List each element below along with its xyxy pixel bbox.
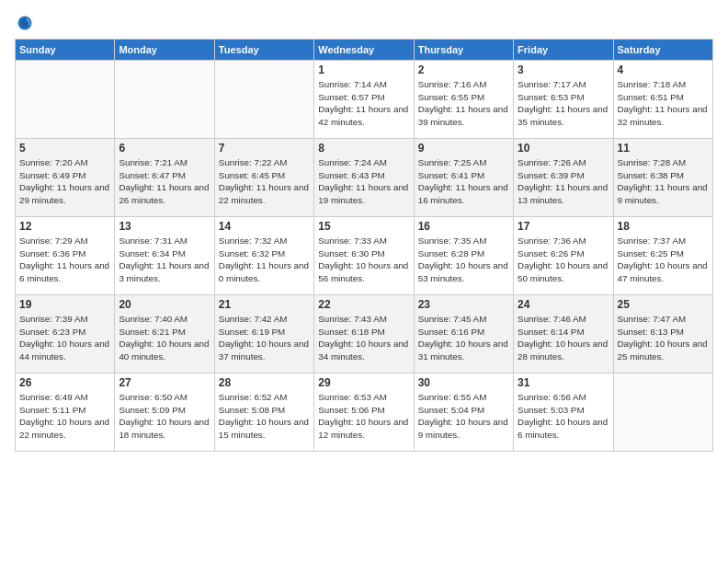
day-number: 25 <box>618 298 709 311</box>
day-info: Sunrise: 7:36 AM Sunset: 6:26 PM Dayligh… <box>518 235 609 285</box>
day-number: 20 <box>119 298 210 311</box>
calendar-day-6: 6Sunrise: 7:21 AM Sunset: 6:47 PM Daylig… <box>115 139 214 217</box>
day-info: Sunrise: 7:32 AM Sunset: 6:32 PM Dayligh… <box>219 235 310 285</box>
day-number: 30 <box>418 376 509 389</box>
day-info: Sunrise: 7:47 AM Sunset: 6:13 PM Dayligh… <box>618 313 709 363</box>
day-number: 6 <box>119 142 210 155</box>
calendar-day-empty <box>16 61 115 139</box>
day-number: 24 <box>518 298 609 311</box>
day-number: 21 <box>219 298 310 311</box>
calendar-day-empty <box>115 61 214 139</box>
day-info: Sunrise: 7:39 AM Sunset: 6:23 PM Dayligh… <box>19 313 110 363</box>
calendar-day-20: 20Sunrise: 7:40 AM Sunset: 6:21 PM Dayli… <box>115 295 214 373</box>
day-number: 4 <box>618 63 709 76</box>
day-header-friday: Friday <box>514 40 613 61</box>
day-number: 19 <box>19 298 110 311</box>
calendar-day-25: 25Sunrise: 7:47 AM Sunset: 6:13 PM Dayli… <box>613 295 712 373</box>
day-header-saturday: Saturday <box>613 40 712 61</box>
page-header <box>15 15 713 31</box>
day-number: 26 <box>19 376 110 389</box>
logo <box>15 15 35 31</box>
day-number: 10 <box>518 142 609 155</box>
calendar-day-29: 29Sunrise: 6:53 AM Sunset: 5:06 PM Dayli… <box>314 373 414 452</box>
calendar-day-15: 15Sunrise: 7:33 AM Sunset: 6:30 PM Dayli… <box>314 217 414 295</box>
day-info: Sunrise: 7:33 AM Sunset: 6:30 PM Dayligh… <box>318 235 409 285</box>
calendar-day-19: 19Sunrise: 7:39 AM Sunset: 6:23 PM Dayli… <box>16 295 115 373</box>
day-number: 11 <box>618 142 709 155</box>
day-number: 28 <box>219 376 310 389</box>
calendar-day-1: 1Sunrise: 7:14 AM Sunset: 6:57 PM Daylig… <box>314 61 414 139</box>
day-info: Sunrise: 7:25 AM Sunset: 6:41 PM Dayligh… <box>418 156 509 207</box>
calendar-day-12: 12Sunrise: 7:29 AM Sunset: 6:36 PM Dayli… <box>16 217 115 295</box>
calendar-week-row: 26Sunrise: 6:49 AM Sunset: 5:11 PM Dayli… <box>16 373 713 452</box>
calendar-day-empty <box>214 61 313 139</box>
calendar-day-empty <box>613 373 712 452</box>
day-number: 15 <box>318 220 409 233</box>
day-number: 17 <box>518 220 609 233</box>
day-number: 18 <box>618 220 709 233</box>
calendar-day-31: 31Sunrise: 6:56 AM Sunset: 5:03 PM Dayli… <box>514 373 613 452</box>
calendar-day-11: 11Sunrise: 7:28 AM Sunset: 6:38 PM Dayli… <box>613 139 712 217</box>
calendar-week-row: 12Sunrise: 7:29 AM Sunset: 6:36 PM Dayli… <box>16 217 713 295</box>
calendar-day-21: 21Sunrise: 7:42 AM Sunset: 6:19 PM Dayli… <box>214 295 313 373</box>
calendar-day-4: 4Sunrise: 7:18 AM Sunset: 6:51 PM Daylig… <box>613 61 712 139</box>
day-info: Sunrise: 7:29 AM Sunset: 6:36 PM Dayligh… <box>19 235 110 285</box>
day-info: Sunrise: 6:55 AM Sunset: 5:04 PM Dayligh… <box>418 391 509 442</box>
day-info: Sunrise: 7:31 AM Sunset: 6:34 PM Dayligh… <box>119 235 210 285</box>
day-info: Sunrise: 6:50 AM Sunset: 5:09 PM Dayligh… <box>119 391 210 442</box>
day-number: 7 <box>219 142 310 155</box>
calendar-day-10: 10Sunrise: 7:26 AM Sunset: 6:39 PM Dayli… <box>514 139 613 217</box>
day-number: 13 <box>119 220 210 233</box>
day-info: Sunrise: 7:35 AM Sunset: 6:28 PM Dayligh… <box>418 235 509 285</box>
day-number: 29 <box>318 376 409 389</box>
calendar-day-14: 14Sunrise: 7:32 AM Sunset: 6:32 PM Dayli… <box>214 217 313 295</box>
day-number: 23 <box>418 298 509 311</box>
day-info: Sunrise: 7:21 AM Sunset: 6:47 PM Dayligh… <box>119 156 210 207</box>
day-number: 12 <box>19 220 110 233</box>
calendar-day-27: 27Sunrise: 6:50 AM Sunset: 5:09 PM Dayli… <box>115 373 214 452</box>
day-number: 5 <box>19 142 110 155</box>
calendar-table: SundayMondayTuesdayWednesdayThursdayFrid… <box>15 39 713 452</box>
day-header-wednesday: Wednesday <box>314 40 414 61</box>
day-info: Sunrise: 7:43 AM Sunset: 6:18 PM Dayligh… <box>318 313 409 363</box>
day-info: Sunrise: 6:52 AM Sunset: 5:08 PM Dayligh… <box>219 391 310 442</box>
calendar-day-18: 18Sunrise: 7:37 AM Sunset: 6:25 PM Dayli… <box>613 217 712 295</box>
calendar-week-row: 1Sunrise: 7:14 AM Sunset: 6:57 PM Daylig… <box>16 61 713 139</box>
calendar-day-26: 26Sunrise: 6:49 AM Sunset: 5:11 PM Dayli… <box>16 373 115 452</box>
day-info: Sunrise: 7:17 AM Sunset: 6:53 PM Dayligh… <box>518 78 609 129</box>
day-info: Sunrise: 6:53 AM Sunset: 5:06 PM Dayligh… <box>318 391 409 442</box>
day-info: Sunrise: 7:24 AM Sunset: 6:43 PM Dayligh… <box>318 156 409 207</box>
calendar-day-22: 22Sunrise: 7:43 AM Sunset: 6:18 PM Dayli… <box>314 295 414 373</box>
day-info: Sunrise: 7:42 AM Sunset: 6:19 PM Dayligh… <box>219 313 310 363</box>
day-header-tuesday: Tuesday <box>214 40 313 61</box>
day-number: 14 <box>219 220 310 233</box>
calendar-day-13: 13Sunrise: 7:31 AM Sunset: 6:34 PM Dayli… <box>115 217 214 295</box>
logo-icon <box>17 15 33 31</box>
calendar-day-3: 3Sunrise: 7:17 AM Sunset: 6:53 PM Daylig… <box>514 61 613 139</box>
calendar-day-16: 16Sunrise: 7:35 AM Sunset: 6:28 PM Dayli… <box>414 217 513 295</box>
day-info: Sunrise: 6:56 AM Sunset: 5:03 PM Dayligh… <box>518 391 609 442</box>
day-header-sunday: Sunday <box>16 40 115 61</box>
day-info: Sunrise: 7:28 AM Sunset: 6:38 PM Dayligh… <box>618 156 709 207</box>
day-info: Sunrise: 7:20 AM Sunset: 6:49 PM Dayligh… <box>19 156 110 207</box>
day-info: Sunrise: 7:46 AM Sunset: 6:14 PM Dayligh… <box>518 313 609 363</box>
day-number: 22 <box>318 298 409 311</box>
day-info: Sunrise: 7:16 AM Sunset: 6:55 PM Dayligh… <box>418 78 509 129</box>
day-number: 31 <box>518 376 609 389</box>
day-number: 27 <box>119 376 210 389</box>
calendar-day-17: 17Sunrise: 7:36 AM Sunset: 6:26 PM Dayli… <box>514 217 613 295</box>
day-info: Sunrise: 6:49 AM Sunset: 5:11 PM Dayligh… <box>19 391 110 442</box>
calendar-day-2: 2Sunrise: 7:16 AM Sunset: 6:55 PM Daylig… <box>414 61 513 139</box>
calendar-day-9: 9Sunrise: 7:25 AM Sunset: 6:41 PM Daylig… <box>414 139 513 217</box>
day-info: Sunrise: 7:14 AM Sunset: 6:57 PM Dayligh… <box>318 78 409 129</box>
calendar-day-7: 7Sunrise: 7:22 AM Sunset: 6:45 PM Daylig… <box>214 139 313 217</box>
day-info: Sunrise: 7:40 AM Sunset: 6:21 PM Dayligh… <box>119 313 210 363</box>
calendar-week-row: 19Sunrise: 7:39 AM Sunset: 6:23 PM Dayli… <box>16 295 713 373</box>
day-info: Sunrise: 7:45 AM Sunset: 6:16 PM Dayligh… <box>418 313 509 363</box>
day-number: 9 <box>418 142 509 155</box>
day-header-thursday: Thursday <box>414 40 513 61</box>
calendar-week-row: 5Sunrise: 7:20 AM Sunset: 6:49 PM Daylig… <box>16 139 713 217</box>
calendar-day-30: 30Sunrise: 6:55 AM Sunset: 5:04 PM Dayli… <box>414 373 513 452</box>
day-number: 2 <box>418 63 509 76</box>
day-number: 3 <box>518 63 609 76</box>
